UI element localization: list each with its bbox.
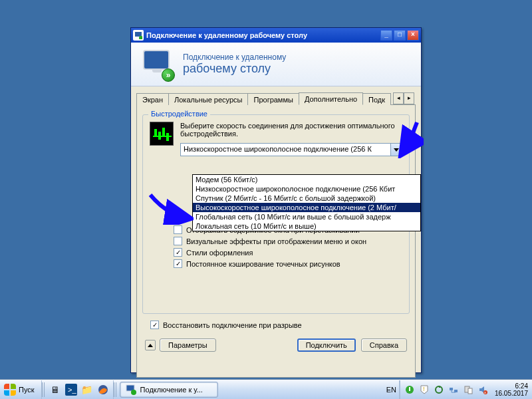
svg-rect-8 <box>409 387 410 391</box>
performance-group-label: Быстродействие <box>148 110 210 118</box>
desktop: Подключение к удаленному рабочему столу … <box>0 0 532 399</box>
tray-security-icon[interactable] <box>404 384 415 395</box>
window-title: Подключение к удаленному рабочему столу <box>146 31 380 39</box>
check-label: Восстановить подключение при разрыве <box>163 321 302 329</box>
params-collapse-button[interactable] <box>145 340 156 350</box>
clock-time: 6:24 <box>495 382 528 390</box>
close-button[interactable]: × <box>407 30 419 41</box>
tab-scroll-left[interactable]: ◂ <box>393 92 404 104</box>
svg-text:>_: >_ <box>68 386 76 394</box>
check-label: Постоянное кэширование точечных рисунков <box>186 260 340 268</box>
check-label: Визуальные эффекты при отображении меню … <box>186 237 366 245</box>
dd-satellite[interactable]: Спутник (2 Мбит/с - 16 Мбит/с с большой … <box>193 194 420 203</box>
check-label: Стили оформления <box>186 249 253 257</box>
tab-programs[interactable]: Программы <box>247 93 299 105</box>
tab-scroll-right[interactable]: ▸ <box>404 92 414 104</box>
clock-date: 16.05.2017 <box>495 390 528 397</box>
language-indicator[interactable]: EN <box>384 380 400 399</box>
speed-dropdown[interactable]: Модем (56 Кбит/с) Низкоскоростное широко… <box>192 174 421 231</box>
dd-high-broadband[interactable]: Высокоскоростное широкополосное подключе… <box>193 203 420 212</box>
performance-hint: Выберите скорость соединения для достиже… <box>180 122 402 138</box>
connection-speed-combo[interactable]: Низкоскоростное широкополосное подключен… <box>180 143 402 156</box>
help-button[interactable]: Справка <box>361 338 407 352</box>
system-tray: ! x 6:24 16.05.2017 <box>400 380 532 399</box>
dd-wan[interactable]: Глобальная сеть (10 Мбит/с или выше с бо… <box>193 212 420 221</box>
ql-explorer[interactable]: 📁 <box>80 382 94 397</box>
tab-connection[interactable]: Подк <box>362 93 391 105</box>
folder-icon: 📁 <box>81 384 92 395</box>
dd-modem[interactable]: Модем (56 Кбит/с) <box>193 175 420 184</box>
maximize-button[interactable]: □ <box>394 30 406 41</box>
titlebar[interactable]: Подключение к удаленному рабочему столу … <box>131 28 421 43</box>
check-styles[interactable]: ✓ Стили оформления <box>174 248 402 257</box>
tab-panel-advanced: Быстродействие Выберите скорость соедине… <box>136 105 416 378</box>
rdp-task-icon <box>126 384 136 395</box>
tab-advanced[interactable]: Дополнительно <box>299 92 363 105</box>
dd-lan[interactable]: Локальная сеть (10 Мбит/с и выше) <box>193 221 420 231</box>
ql-server-manager[interactable]: 🖥 <box>48 382 63 397</box>
app-icon <box>133 30 144 41</box>
tab-local-resources[interactable]: Локальные ресурсы <box>168 93 248 105</box>
taskbar-divider[interactable] <box>114 382 117 397</box>
banner-line1: Подключение к удаленному <box>183 53 286 62</box>
tray-network-icon[interactable] <box>448 384 459 395</box>
task-label: Подключение к у... <box>140 386 203 394</box>
checkbox[interactable]: ✓ <box>174 259 182 268</box>
tray-action-center-icon[interactable]: ! <box>419 384 430 395</box>
checkbox[interactable] <box>174 225 182 234</box>
check-bitmap-cache[interactable]: ✓ Постоянное кэширование точечных рисунк… <box>174 259 402 268</box>
check-visual-effects[interactable]: Визуальные эффекты при отображении меню … <box>174 237 402 245</box>
windows-logo-icon <box>4 384 16 396</box>
clock[interactable]: 6:24 16.05.2017 <box>492 382 528 397</box>
params-button[interactable]: Параметры <box>160 338 216 352</box>
annotation-arrow-right <box>390 121 424 158</box>
ql-powershell[interactable]: >_ <box>64 382 78 397</box>
rdp-window: Подключение к удаленному рабочему столу … <box>130 27 422 373</box>
taskbar-task-rdp[interactable]: Подключение к у... <box>120 382 218 398</box>
svg-rect-11 <box>450 388 453 390</box>
performance-icon <box>150 122 174 146</box>
tab-row: Экран Локальные ресурсы Программы Дополн… <box>136 90 416 105</box>
tray-sync-icon[interactable] <box>434 384 444 395</box>
tab-screen[interactable]: Экран <box>136 93 169 105</box>
annotation-arrow-left <box>147 192 194 225</box>
connect-button[interactable]: Подключить <box>297 338 356 352</box>
tray-devices-icon[interactable] <box>463 384 473 395</box>
ql-firefox[interactable] <box>96 382 110 397</box>
check-reconnect[interactable]: ✓ Восстановить подключение при разрыве <box>150 321 410 329</box>
quick-launch: 🖥 >_ 📁 <box>45 380 114 399</box>
banner-line2: рабочему столу <box>183 62 286 76</box>
taskbar: Пуск 🖥 >_ 📁 Подключение к у... EN ! x 6:… <box>0 379 532 399</box>
dd-low-broadband[interactable]: Низкоскоростное широкополосное подключен… <box>193 184 420 194</box>
tray-volume-icon[interactable]: x <box>477 384 488 395</box>
checkbox[interactable]: ✓ <box>150 321 159 329</box>
chevron-up-icon <box>148 344 153 347</box>
banner: » Подключение к удаленному рабочему стол… <box>131 43 421 86</box>
start-button[interactable]: Пуск <box>0 380 42 399</box>
svg-text:!: ! <box>423 386 425 392</box>
svg-point-6 <box>131 390 136 395</box>
svg-text:x: x <box>484 390 486 394</box>
rdp-icon: » <box>142 49 174 80</box>
start-label: Пуск <box>19 386 35 394</box>
checkbox[interactable] <box>174 237 182 245</box>
combo-selected-text: Низкоскоростное широкополосное подключен… <box>181 144 390 156</box>
svg-rect-14 <box>468 388 472 394</box>
svg-rect-0 <box>135 32 142 37</box>
minimize-button[interactable]: _ <box>380 30 392 41</box>
checkbox[interactable]: ✓ <box>174 248 182 257</box>
server-icon: 🖥 <box>51 384 60 395</box>
